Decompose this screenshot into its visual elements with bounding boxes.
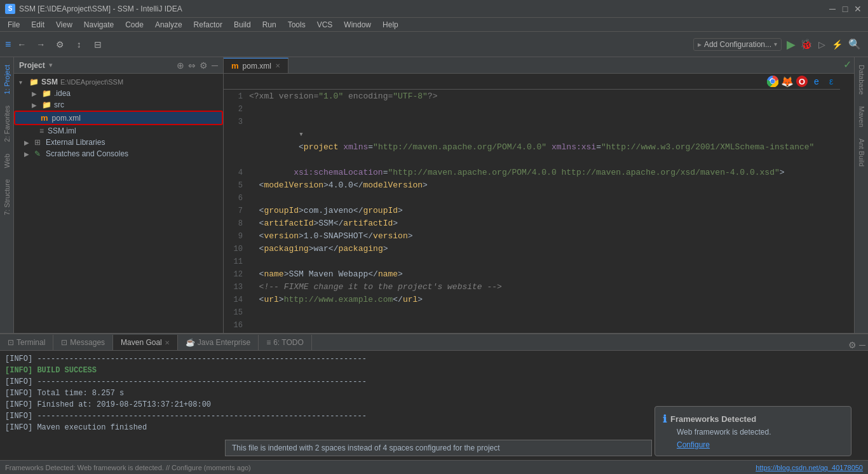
ie-icon[interactable]: e — [810, 75, 823, 88]
popup-info-icon: ℹ — [663, 413, 667, 425]
tree-pom-label: pom.xml — [52, 114, 81, 123]
toolbar-forward-button[interactable]: → — [32, 36, 49, 53]
maven-goal-close[interactable]: ✕ — [165, 339, 170, 346]
right-tab-database[interactable]: Database — [856, 60, 867, 100]
popup-title: ℹ Frameworks Detected — [663, 413, 843, 425]
bottom-minimize-button[interactable]: ─ — [859, 340, 865, 350]
menu-tools[interactable]: Tools — [283, 19, 311, 30]
popup-body: Web framework is detected. — [677, 428, 843, 437]
right-tab-ant[interactable]: Ant Build — [856, 133, 867, 172]
menu-build[interactable]: Build — [229, 19, 256, 30]
tree-idea-arrow: ▶ — [32, 90, 39, 97]
bottom-tab-java-enterprise[interactable]: ☕ Java Enterprise — [178, 335, 259, 350]
menu-edit[interactable]: Edit — [26, 19, 50, 30]
menu-run[interactable]: Run — [257, 19, 281, 30]
bottom-tab-java-label: Java Enterprise — [198, 338, 250, 347]
status-right: https://blog.csdn.net/qq_40178050 — [756, 464, 863, 471]
coverage-button[interactable]: ▷ — [815, 37, 829, 51]
todo-icon: ≡ — [266, 338, 271, 347]
bottom-tab-messages[interactable]: ⊡ Messages — [53, 335, 113, 350]
tree-extlibs-label: External Libraries — [46, 138, 105, 147]
menubar: File Edit View Navigate Code Analyze Ref… — [0, 18, 868, 32]
search-everywhere-button[interactable]: 🔍 — [846, 36, 863, 53]
extlibs-icon: ⊞ — [34, 138, 41, 147]
log-line-1: [INFO] ---------------------------------… — [5, 353, 863, 365]
toolbar-collapse-button[interactable]: ⊟ — [90, 36, 106, 53]
editor-tab-pom[interactable]: m pom.xml ✕ — [224, 58, 288, 73]
status-url[interactable]: https://blog.csdn.net/qq_40178050 — [756, 464, 863, 471]
titlebar-controls[interactable]: ─ □ ✕ — [827, 4, 863, 14]
code-line-7: 7 <groupId>com.javeno</groupId> — [224, 205, 854, 217]
sidebar-tab-structure[interactable]: 7: Structure — [1, 174, 13, 220]
toolbar-settings-button[interactable]: ⚙ — [51, 36, 68, 53]
svg-text:O: O — [799, 77, 805, 86]
menu-window[interactable]: Window — [339, 19, 376, 30]
project-collapse-button[interactable]: ─ — [212, 60, 218, 71]
chrome-icon[interactable] — [766, 75, 779, 88]
sidebar-tab-favorites[interactable]: 2: Favorites — [1, 100, 13, 147]
log-line-2: [INFO] BUILD SUCCESS — [5, 365, 863, 376]
tree-root-arrow: ▾ — [19, 79, 27, 86]
menu-file[interactable]: File — [3, 19, 25, 30]
sidebar-tab-web[interactable]: Web — [1, 149, 13, 173]
menu-navigate[interactable]: Navigate — [79, 19, 119, 30]
bottom-tab-maven-goal[interactable]: Maven Goal ✕ — [113, 335, 178, 350]
editor-area: m pom.xml ✕ ✓ 🦊 O e ε 1 <?xml version="1… — [224, 57, 854, 333]
project-header: Project ▾ ⊕ ⇔ ⚙ ─ — [14, 57, 223, 74]
project-scroll-button[interactable]: ⇔ — [188, 60, 196, 71]
tree-item-iml[interactable]: ≡ SSM.iml — [14, 125, 223, 137]
tree-root[interactable]: ▾ 📁 SSM E:\IDEAproject\SSM — [14, 76, 223, 88]
bottom-settings-button[interactable]: ⚙ — [848, 340, 857, 350]
tree-item-external-libs[interactable]: ▶ ⊞ External Libraries — [14, 137, 223, 148]
project-add-button[interactable]: ⊕ — [177, 60, 184, 71]
toolbar-sync-button[interactable]: ↕ — [71, 36, 87, 53]
bottom-tab-todo[interactable]: ≡ 6: TODO — [259, 335, 312, 350]
menu-help[interactable]: Help — [377, 19, 403, 30]
app-icon: S — [5, 4, 15, 14]
status-left: Frameworks Detected: Web framework is de… — [5, 464, 750, 471]
tree-item-idea[interactable]: ▶ 📁 .idea — [14, 88, 223, 99]
opera-icon[interactable]: O — [796, 75, 808, 88]
tree-item-pom[interactable]: m pom.xml — [14, 111, 223, 125]
profile-button[interactable]: ⚡ — [830, 37, 844, 51]
tree-item-scratches[interactable]: ▶ ✎ Scratches and Consoles — [14, 148, 223, 159]
code-line-1: 1 <?xml version="1.0" encoding="UTF-8"?> — [224, 90, 854, 103]
editor-tab-close[interactable]: ✕ — [275, 62, 280, 69]
code-line-12: 12 <name>SSM Maven Webapp</name> — [224, 268, 854, 281]
maximize-button[interactable]: □ — [840, 4, 850, 14]
add-config-button[interactable]: ▸ Add Configuration... ▾ — [693, 38, 782, 51]
run-button[interactable]: ▶ — [784, 37, 798, 51]
editor-content[interactable]: 1 <?xml version="1.0" encoding="UTF-8"?>… — [224, 90, 854, 333]
terminal-icon: ⊡ — [8, 338, 14, 347]
bottom-tab-terminal[interactable]: ⊡ Terminal — [0, 335, 53, 350]
edge-icon[interactable]: ε — [825, 75, 837, 88]
close-button[interactable]: ✕ — [853, 4, 863, 14]
code-line-6: 6 — [224, 192, 854, 205]
sidebar-tab-project[interactable]: 1: Project — [1, 60, 13, 99]
maven-goal-label: Maven Goal — [121, 338, 162, 347]
menu-view[interactable]: View — [51, 19, 78, 30]
project-root-icon: 📁 — [29, 78, 39, 86]
bottom-tabs: ⊡ Terminal ⊡ Messages Maven Goal ✕ ☕ Jav… — [0, 334, 868, 351]
project-root-label: SSM — [41, 78, 58, 86]
tree-item-src[interactable]: ▶ 📁 src — [14, 99, 223, 111]
menu-refactor[interactable]: Refactor — [189, 19, 227, 30]
code-line-15: 15 — [224, 306, 854, 319]
firefox-icon[interactable]: 🦊 — [781, 75, 794, 88]
menu-vcs[interactable]: VCS — [312, 19, 338, 30]
toolbar-ssm-icon: ≡ — [5, 39, 11, 50]
frameworks-popup: ℹ Frameworks Detected Web framework is d… — [654, 406, 851, 456]
right-tab-maven[interactable]: Maven — [856, 101, 867, 132]
popup-configure-link[interactable]: Configure — [677, 440, 710, 449]
menu-analyze[interactable]: Analyze — [150, 19, 187, 30]
toolbar-back-button[interactable]: ← — [13, 36, 30, 53]
minimize-button[interactable]: ─ — [827, 4, 837, 14]
fold-icon-3[interactable]: ▾ — [299, 130, 304, 139]
bottom-tools: ⚙ ─ — [848, 340, 868, 350]
folder-icon: 📁 — [42, 89, 51, 98]
status-text: Frameworks Detected: Web framework is de… — [5, 464, 251, 471]
menu-code[interactable]: Code — [120, 19, 149, 30]
debug-button[interactable]: 🐞 — [799, 37, 813, 51]
svg-point-2 — [771, 79, 775, 84]
project-gear-button[interactable]: ⚙ — [200, 60, 208, 71]
